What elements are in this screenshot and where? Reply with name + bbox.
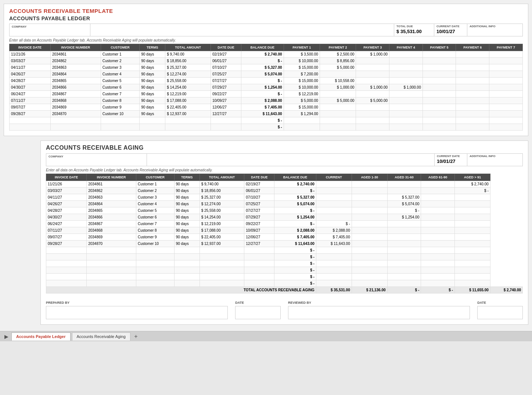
- ledger-title: ACCOUNTS PAYABLE LEDGER: [9, 15, 523, 21]
- ledger-row: 04/26/272034864Customer 490 days$ 12,274…: [10, 71, 523, 78]
- col-balance: BALANCE DUE: [241, 44, 284, 51]
- col-terms: TERMS: [140, 44, 165, 51]
- col-inv-date: INVOICE DATE: [10, 44, 51, 51]
- col-p2: PAYMENT 2: [320, 44, 356, 51]
- ledger-note: Enter all data on Accounts Payable Ledge…: [9, 38, 523, 42]
- ledger-row: 09/28/272034870Customer 1090 days$ 12,93…: [10, 111, 523, 117]
- col-total: TOTAL AMOUNT: [165, 44, 211, 51]
- col-p3: PAYMENT 3: [356, 44, 389, 51]
- ledger-row: $ -: [10, 117, 523, 124]
- ar-col-date-due: DATE DUE: [244, 174, 274, 181]
- ar-row: 04/26/272034864Customer 490 days$ 12,274…: [46, 201, 523, 207]
- ledger-row: 06/24/272034867Customer 790 days$ 12,219…: [10, 91, 523, 97]
- ledger-row: 04/28/272034865Customer 590 days$ 25,558…: [10, 78, 523, 84]
- ar-totals-row: TOTAL ACCOUNTS RECEIVABLE AGING$ 35,531.…: [46, 287, 523, 293]
- ar-row: 04/30/272034866Customer 690 days$ 14,254…: [46, 214, 523, 221]
- ar-row: 03/03/272034862Customer 290 days$ 18,856…: [46, 188, 523, 194]
- ar-col-total: TOTAL AMOUNT: [200, 174, 244, 181]
- col-p6: PAYMENT 6: [456, 44, 489, 51]
- ledger-row: 03/03/272034862Customer 290 days$ 18,856…: [10, 58, 523, 64]
- current-date-value: 10/01/27: [436, 28, 465, 34]
- ledger-row: 09/07/272034869Customer 990 days$ 22,405…: [10, 104, 523, 111]
- ar-row: 04/28/272034865Customer 590 days$ 25,558…: [46, 207, 523, 214]
- ar-note: Enter all data on Accounts Payable Ledge…: [46, 168, 523, 172]
- tab-add-button[interactable]: +: [132, 332, 140, 341]
- ar-col-current: CURRENT: [316, 174, 352, 181]
- ar-col-aged3: AGED 61-90: [421, 174, 455, 181]
- ar-row: $ -: [46, 267, 523, 274]
- ar-row: $ -: [46, 260, 523, 267]
- prepared-by-label: PREPARED BY: [46, 301, 228, 305]
- ar-col-customer: CUSTOMER: [136, 174, 174, 181]
- ledger-row: 04/30/272034866Customer 690 days$ 14,254…: [10, 84, 523, 91]
- col-p1: PAYMENT 1: [284, 44, 320, 51]
- tabs-bar: ▶ Accounts Payable Ledger Accounts Recei…: [0, 331, 532, 341]
- ledger-row: 07/11/272034868Customer 890 days$ 17,088…: [10, 97, 523, 104]
- ar-table: INVOICE DATE INVOICE NUMBER CUSTOMER TER…: [46, 174, 523, 293]
- col-inv-num: INVOICE NUMBER: [50, 44, 101, 51]
- ar-row: 09/07/272034869Customer 990 days$ 22,405…: [46, 234, 523, 241]
- ledger-row: 04/11/272034863Customer 390 days$ 25,327…: [10, 64, 523, 71]
- ledger-table: INVOICE DATE INVOICE NUMBER CUSTOMER TER…: [9, 44, 523, 131]
- date-label: DATE: [235, 301, 281, 305]
- ar-current-date-label: CURRENT DATE: [437, 154, 465, 158]
- template-title: ACCOUNTS RECEIVABLE TEMPLATE: [9, 8, 523, 14]
- current-date-label: CURRENT DATE: [436, 25, 465, 28]
- ledger-row: 11/21/262034861Customer 190 days$ 9,740.…: [10, 51, 523, 58]
- ar-row: $ -: [46, 254, 523, 260]
- ar-col-inv-num: INVOICE NUMBER: [87, 174, 136, 181]
- ar-row: $ -: [46, 247, 523, 254]
- ar-row: 09/28/272034870Customer 1090 days$ 12,93…: [46, 241, 523, 247]
- ar-col-terms: TERMS: [174, 174, 200, 181]
- col-p4: PAYMENT 4: [389, 44, 423, 51]
- ar-col-aged2: AGED 31-60: [387, 174, 421, 181]
- col-customer: CUSTOMER: [101, 44, 139, 51]
- ar-current-date-value: 10/01/27: [437, 158, 465, 164]
- ar-row: $ -: [46, 274, 523, 280]
- ledger-row: $ -: [10, 124, 523, 131]
- ar-col-inv-date: INVOICE DATE: [46, 174, 87, 181]
- ar-row: $ -: [46, 280, 523, 287]
- ar-row: 07/11/272034868Customer 890 days$ 17,088…: [46, 227, 523, 234]
- company-label: COMPANY: [12, 25, 88, 28]
- ar-col-balance: BALANCE DUE: [274, 174, 316, 181]
- additional-info-label: ADDITIONAL INFO: [470, 25, 520, 28]
- ar-row: 04/11/272034863Customer 390 days$ 25,327…: [46, 194, 523, 201]
- total-due-value: $ 35,531.00: [396, 28, 432, 34]
- ar-company-label: COMPANY: [48, 155, 144, 158]
- ar-title: ACCOUNTS RECEIVABLE AGING: [46, 145, 523, 151]
- col-p5: PAYMENT 5: [423, 44, 456, 51]
- reviewed-by-label: REVIEWED BY: [288, 301, 470, 305]
- ar-additional-info-label: ADDITIONAL INFO: [470, 154, 520, 158]
- total-due-label: TOTAL DUE: [396, 25, 432, 28]
- tab-accounts-receivable[interactable]: Accounts Receivable Aging: [72, 332, 130, 341]
- ar-row: 06/24/272034867Customer 790 days$ 12,219…: [46, 221, 523, 227]
- col-p7: PAYMENT 7: [489, 44, 523, 51]
- ar-col-aged4: AGED > 91: [454, 174, 490, 181]
- col-date-due: DATE DUE: [211, 44, 241, 51]
- date2-label: DATE: [477, 301, 523, 305]
- nav-arrow-left[interactable]: ▶: [3, 334, 10, 339]
- ar-col-aged1: AGED 1-30: [352, 174, 387, 181]
- tab-accounts-payable[interactable]: Accounts Payable Ledger: [11, 332, 71, 341]
- ar-row: 11/21/262034861Customer 190 days$ 9,740.…: [46, 181, 523, 188]
